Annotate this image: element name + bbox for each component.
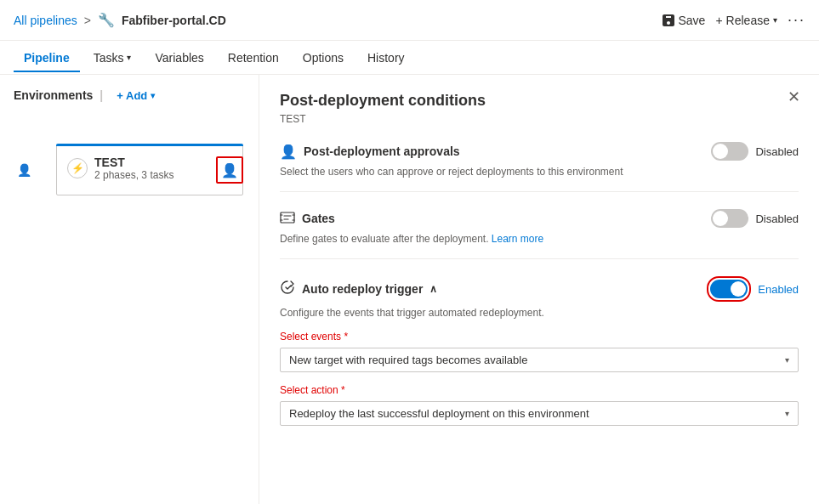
left-panel: Environments | + Add ▾ 👤 ⚡ TEST 2 phases… bbox=[0, 75, 259, 504]
auto-redeploy-toggle[interactable] bbox=[710, 280, 748, 298]
svg-rect-0 bbox=[281, 212, 294, 223]
select-action-label: Select action * bbox=[280, 384, 799, 396]
breadcrumb-home[interactable]: All pipelines bbox=[14, 14, 77, 27]
auto-redeploy-toggle-group: Enabled bbox=[707, 276, 799, 302]
gates-toggle-group: Disabled bbox=[711, 209, 799, 228]
gates-toggle[interactable] bbox=[711, 209, 748, 228]
select-events-value: New target with required tags becomes av… bbox=[289, 354, 527, 366]
env-card-container: 👤 ⚡ TEST 2 phases, 3 tasks 👤 bbox=[39, 144, 245, 195]
auto-redeploy-section: Auto redeploy trigger ∧ Enabled Configur… bbox=[280, 276, 799, 426]
tasks-dropdown-icon: ▾ bbox=[127, 53, 131, 62]
tab-tasks[interactable]: Tasks ▾ bbox=[83, 44, 142, 71]
pipeline-icon: 🔧 bbox=[98, 12, 115, 28]
approvals-toggle-thumb bbox=[713, 144, 728, 159]
approvals-toggle[interactable] bbox=[711, 142, 748, 161]
select-events-chevron-icon: ▾ bbox=[785, 355, 789, 365]
chevron-down-icon: ▾ bbox=[773, 15, 777, 25]
auto-redeploy-header: Auto redeploy trigger ∧ Enabled bbox=[280, 276, 799, 302]
plus-icon: + bbox=[715, 14, 722, 27]
tab-pipeline[interactable]: Pipeline bbox=[14, 44, 80, 71]
release-label: Release bbox=[726, 14, 770, 27]
release-button[interactable]: + Release ▾ bbox=[715, 14, 777, 27]
select-events-label: Select events * bbox=[280, 331, 799, 343]
approvals-header: 👤 Post-deployment approvals Disabled bbox=[280, 142, 799, 161]
auto-redeploy-toggle-label: Enabled bbox=[758, 283, 799, 296]
breadcrumb-separator: > bbox=[84, 14, 91, 27]
add-environment-button[interactable]: + Add ▾ bbox=[117, 89, 155, 102]
select-events-dropdown[interactable]: New target with required tags becomes av… bbox=[280, 348, 799, 372]
tab-retention[interactable]: Retention bbox=[218, 44, 289, 71]
main-content: Environments | + Add ▾ 👤 ⚡ TEST 2 phases… bbox=[0, 75, 819, 504]
auto-redeploy-toggle-highlighted-border bbox=[707, 276, 751, 302]
auto-redeploy-title: Auto redeploy trigger ∧ bbox=[280, 280, 437, 298]
environments-header: Environments | + Add ▾ bbox=[14, 88, 245, 102]
breadcrumb: All pipelines > 🔧 Fabfiber-portal.CD bbox=[14, 12, 662, 28]
right-panel: ✕ Post-deployment conditions TEST 👤 Post… bbox=[259, 75, 819, 504]
gates-icon bbox=[280, 210, 295, 228]
gates-title: Gates bbox=[280, 210, 335, 228]
pipeline-name: Fabfiber-portal.CD bbox=[122, 14, 226, 27]
separator: | bbox=[100, 88, 103, 102]
person-icon: 👤 bbox=[221, 162, 238, 178]
add-dropdown-icon: ▾ bbox=[151, 91, 155, 100]
select-action-value: Redeploy the last successful deployment … bbox=[289, 407, 589, 420]
env-card-accent-bar bbox=[56, 144, 243, 146]
gates-description: Define gates to evaluate after the deplo… bbox=[280, 233, 799, 245]
save-button[interactable]: Save bbox=[662, 14, 706, 27]
select-action-dropdown[interactable]: Redeploy the last successful deployment … bbox=[280, 401, 799, 426]
auto-redeploy-icon bbox=[280, 280, 295, 298]
tab-variables[interactable]: Variables bbox=[145, 44, 213, 71]
auto-redeploy-toggle-thumb bbox=[731, 281, 746, 297]
environments-label: Environments bbox=[14, 88, 93, 102]
top-bar: All pipelines > 🔧 Fabfiber-portal.CD Sav… bbox=[0, 0, 819, 41]
auto-redeploy-description: Configure the events that trigger automa… bbox=[280, 307, 799, 319]
collapse-icon[interactable]: ∧ bbox=[429, 283, 437, 295]
gates-toggle-label: Disabled bbox=[755, 212, 799, 225]
approvals-icon: 👤 bbox=[280, 144, 297, 160]
approvals-toggle-label: Disabled bbox=[755, 145, 799, 158]
select-action-chevron-icon: ▾ bbox=[785, 409, 789, 418]
gates-toggle-thumb bbox=[713, 211, 728, 226]
required-star-events: * bbox=[344, 331, 348, 343]
tab-options[interactable]: Options bbox=[293, 44, 354, 71]
panel-title: Post-deployment conditions bbox=[280, 92, 799, 110]
gates-header: Gates Disabled bbox=[280, 209, 799, 228]
panel-subtitle: TEST bbox=[280, 113, 799, 125]
top-actions: Save + Release ▾ ··· bbox=[662, 11, 806, 29]
tab-history[interactable]: History bbox=[357, 44, 415, 71]
nav-tabs: Pipeline Tasks ▾ Variables Retention Opt… bbox=[0, 41, 819, 75]
required-star-action: * bbox=[341, 384, 345, 396]
post-deployment-conditions-button[interactable]: 👤 bbox=[216, 156, 243, 184]
select-events-container: Select events * New target with required… bbox=[280, 331, 799, 372]
save-icon bbox=[662, 14, 675, 27]
approvals-toggle-group: Disabled bbox=[711, 142, 799, 161]
close-button[interactable]: ✕ bbox=[782, 85, 805, 109]
approvals-section: 👤 Post-deployment approvals Disabled Sel… bbox=[280, 142, 799, 192]
env-card-test: ⚡ TEST 2 phases, 3 tasks 👤 bbox=[56, 144, 243, 195]
select-action-container: Select action * Redeploy the last succes… bbox=[280, 384, 799, 426]
learn-more-link[interactable]: Learn more bbox=[492, 233, 543, 245]
approvals-title: 👤 Post-deployment approvals bbox=[280, 144, 460, 160]
env-name: TEST bbox=[94, 156, 173, 169]
gates-section: Gates Disabled Define gates to evaluate … bbox=[280, 209, 799, 259]
env-meta: 2 phases, 3 tasks bbox=[94, 169, 173, 181]
approvals-description: Select the users who can approve or reje… bbox=[280, 166, 799, 178]
save-label: Save bbox=[679, 14, 706, 27]
more-options-button[interactable]: ··· bbox=[788, 11, 805, 29]
env-left-person-icon: 👤 bbox=[17, 163, 31, 177]
env-card-header: ⚡ TEST 2 phases, 3 tasks bbox=[67, 156, 232, 181]
env-lightning-icon: ⚡ bbox=[67, 158, 88, 178]
